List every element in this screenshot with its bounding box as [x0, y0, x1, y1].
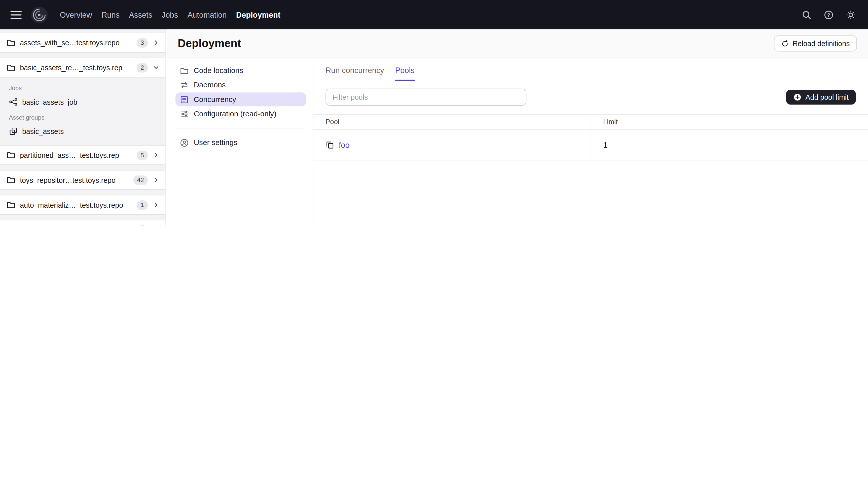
nav-item-label: Concurrency [194, 95, 236, 104]
pool-limit-value: 1 [590, 129, 868, 161]
reload-icon [781, 40, 789, 47]
asset-group-list-item[interactable]: basic_assets [9, 124, 159, 138]
nav-jobs[interactable]: Jobs [162, 8, 178, 21]
user-icon [180, 138, 189, 147]
search-icon[interactable] [802, 10, 811, 20]
nav-automation[interactable]: Automation [188, 8, 227, 21]
code-location-name: partitioned_ass…_test.toys.rep [20, 151, 132, 159]
folder-icon [180, 66, 189, 75]
concurrency-panel: Run concurrency Pools Add pool limit Poo… [313, 58, 868, 226]
nav-item-user-settings[interactable]: User settings [175, 136, 306, 150]
concurrency-icon [180, 95, 189, 104]
nav-item-label: Configuration (read-only) [194, 110, 277, 118]
nav-overview[interactable]: Overview [60, 8, 92, 21]
nav-item-code-locations[interactable]: Code locations [175, 64, 306, 78]
folder-icon [6, 38, 15, 47]
sliders-icon [180, 109, 189, 118]
gear-icon[interactable] [846, 10, 856, 20]
daemons-icon [180, 81, 189, 89]
job-name: basic_assets_job [22, 98, 77, 106]
concurrency-tabs: Run concurrency Pools [313, 59, 868, 81]
code-location-row[interactable]: assets_with_se…test.toys.repo 3 [0, 33, 165, 52]
sidebar: assets_with_se…test.toys.repo 3 basic_as… [0, 29, 166, 226]
expanded-code-location: Jobs basic_assets_job Asset groups basic… [0, 78, 165, 145]
nav-item-label: Code locations [194, 66, 243, 75]
code-location-row[interactable]: auto_materializ…_test.toys.repo 1 [0, 195, 165, 215]
jobs-section-heading: Jobs [9, 84, 159, 91]
top-nav: Overview Runs Assets Jobs Automation Dep… [0, 0, 868, 29]
asset-group-icon [9, 127, 18, 136]
add-pool-limit-button[interactable]: Add pool limit [786, 90, 856, 105]
asset-count-badge: 1 [137, 225, 148, 226]
pool-link[interactable]: foo [339, 141, 350, 150]
asset-count-badge: 42 [133, 175, 148, 185]
chevron-right-icon[interactable] [152, 151, 160, 159]
reload-definitions-label: Reload definitions [792, 39, 850, 48]
nav-assets[interactable]: Assets [129, 8, 152, 21]
column-header-limit: Limit [590, 114, 868, 129]
asset-count-badge: 5 [137, 150, 148, 160]
nav-item-daemons[interactable]: Daemons [175, 78, 306, 92]
deployment-nav: Code locations Daemons Concurrency Confi… [167, 58, 313, 226]
plus-circle-icon [793, 93, 802, 101]
code-location-list: assets_with_se…test.toys.repo 3 basic_as… [0, 29, 165, 226]
hamburger-menu-icon[interactable] [10, 9, 22, 21]
dagster-logo[interactable] [30, 6, 48, 24]
code-location-row[interactable]: toys_repositor…test.toys.repo 42 [0, 170, 165, 190]
asset-count-badge: 1 [137, 200, 148, 210]
code-location-name: toys_repositor…test.toys.repo [20, 176, 129, 184]
chevron-right-icon[interactable] [152, 201, 160, 209]
folder-icon [6, 151, 15, 159]
code-location-name: auto_materializ…_test.toys.repo [20, 201, 132, 209]
nav-item-label: User settings [194, 138, 237, 147]
pools-controls: Add pool limit [313, 89, 868, 106]
nav-runs[interactable]: Runs [101, 8, 120, 21]
asset-count-badge: 3 [137, 38, 148, 47]
code-location-name: assets_with_se…test.toys.repo [20, 38, 132, 47]
help-icon[interactable] [824, 10, 834, 20]
chevron-right-icon[interactable] [152, 176, 160, 184]
add-pool-limit-label: Add pool limit [805, 93, 849, 101]
tab-pools[interactable]: Pools [395, 59, 415, 81]
page-title: Deployment [178, 37, 241, 50]
code-location-name: basic_assets_re…_test.toys.rep [20, 63, 132, 72]
nav-item-concurrency[interactable]: Concurrency [175, 92, 306, 106]
tab-run-concurrency[interactable]: Run concurrency [326, 59, 384, 81]
app-window: Overview Runs Assets Jobs Automation Dep… [0, 0, 868, 226]
table-row: foo 1 [313, 129, 868, 161]
page-header: Deployment Reload definitions [167, 29, 868, 58]
folder-icon [6, 225, 15, 226]
nav-deployment[interactable]: Deployment [236, 8, 281, 21]
job-list-item[interactable]: basic_assets_job [9, 95, 159, 109]
chevron-down-icon[interactable] [152, 64, 160, 72]
main-content: Deployment Reload definitions Code locat… [167, 29, 868, 226]
nav-divider [175, 128, 306, 128]
folder-icon [6, 175, 15, 184]
job-icon [9, 97, 18, 106]
code-location-row[interactable]: partitioned_ass…_test.toys.rep 5 [0, 145, 165, 165]
code-location-row[interactable]: auto_materializ…_test.toys.repo 1 [0, 220, 165, 226]
column-header-pool: Pool [313, 114, 591, 129]
pools-table: Pool Limit foo 1 [313, 114, 868, 161]
filter-pools-input[interactable] [326, 89, 526, 106]
topnav-actions [802, 10, 856, 20]
nav-item-configuration[interactable]: Configuration (read-only) [175, 107, 306, 121]
reload-definitions-button[interactable]: Reload definitions [774, 35, 857, 52]
asset-count-badge: 2 [137, 63, 148, 72]
chevron-right-icon[interactable] [152, 39, 160, 47]
code-location-row[interactable]: basic_assets_re…_test.toys.rep 2 [0, 58, 165, 78]
pool-icon [326, 141, 334, 150]
primary-nav: Overview Runs Assets Jobs Automation Dep… [60, 8, 281, 21]
nav-item-label: Daemons [194, 81, 226, 89]
folder-icon [6, 200, 15, 209]
folder-icon [6, 63, 15, 72]
asset-groups-section-heading: Asset groups [9, 114, 159, 121]
asset-group-name: basic_assets [22, 127, 64, 136]
